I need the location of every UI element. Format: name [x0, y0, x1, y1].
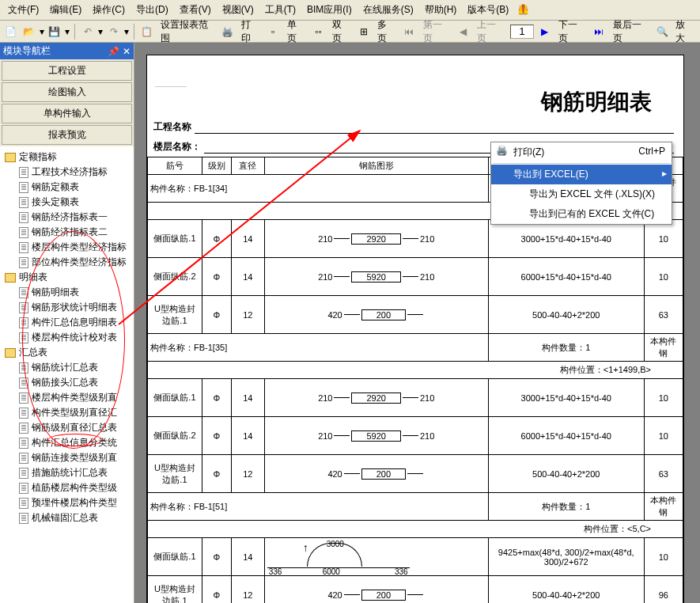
ctx-export-xls[interactable]: 导出为 EXCEL 文件 (.XLS)(X) [491, 184, 672, 204]
tree-item[interactable]: 部位构件类型经济指标 [2, 255, 132, 270]
menu-tools[interactable]: 工具(T) [260, 2, 301, 18]
bar-shape: 420200 [264, 455, 488, 493]
bar-level: Φ [202, 258, 231, 296]
bar-count: 10 [644, 258, 683, 296]
menu-export[interactable]: 导出(D) [131, 2, 173, 18]
tree-item[interactable]: 钢筋明细表 [2, 285, 132, 300]
multi-page-button[interactable]: 多页 [374, 18, 399, 45]
set-range-button[interactable]: 设置报表范围 [157, 18, 218, 45]
tree-item[interactable]: 钢筋统计汇总表 [2, 360, 132, 375]
bar-shape: 2105920210 [264, 258, 488, 296]
bar-count: 63 [644, 455, 683, 493]
last-page-button[interactable]: 最后一页 [610, 18, 652, 45]
tree-item[interactable]: 钢筋级别直径汇总表 [2, 420, 132, 435]
tree-item[interactable]: 接头定额表 [2, 195, 132, 210]
sidebar-btn-report[interactable]: 报表预览 [2, 125, 132, 145]
menu-online[interactable]: 在线服务(S) [358, 2, 418, 18]
ctx-export-excel[interactable]: 导出到 EXCEL(E)▸ [491, 165, 672, 184]
tree-item[interactable]: 钢筋定额表 [2, 180, 132, 195]
tree-item[interactable]: 构件汇总信息分类统 [2, 435, 132, 450]
tree-item[interactable]: 工程技术经济指标 [2, 165, 132, 180]
member-count: 构件数量：1 [488, 334, 644, 362]
bar-name: 侧面纵筋.1 [148, 379, 202, 417]
floor-name-label: 楼层名称： [153, 140, 201, 154]
next-page-icon[interactable]: ▶ [537, 24, 552, 40]
tree-folder[interactable]: 汇总表 [2, 345, 132, 360]
save-icon[interactable]: 💾 [47, 24, 62, 40]
bar-diameter: 14 [231, 220, 264, 258]
context-menu: 🖨️ 打印(Z)Ctrl+P 导出到 EXCEL(E)▸ 导出为 EXCEL 文… [490, 142, 672, 225]
last-page-icon[interactable]: ⏭ [592, 24, 607, 40]
new-icon[interactable]: 📄 [3, 24, 18, 40]
tree-item[interactable]: 钢筋形状统计明细表 [2, 300, 132, 315]
close-icon[interactable]: ✕ [123, 46, 131, 57]
tree-item[interactable]: 钢筋接头汇总表 [2, 375, 132, 390]
single-page-button[interactable]: 单页 [284, 18, 308, 45]
bar-diameter: 14 [231, 258, 264, 296]
tree-item[interactable]: 钢筋经济指标表一 [2, 210, 132, 225]
zoom-icon[interactable]: 🔍 [655, 24, 670, 40]
sidebar-btn-draw[interactable]: 绘图输入 [2, 82, 132, 102]
menu-help[interactable]: 帮助(H) [420, 2, 462, 18]
bar-diameter: 12 [231, 455, 264, 493]
sidebar-btn-project[interactable]: 工程设置 [2, 61, 132, 81]
first-page-button[interactable]: 第一页 [420, 18, 453, 45]
document-icon [19, 498, 28, 509]
bar-shape: 2102920210 [264, 220, 488, 258]
prev-page-button[interactable]: 上一页 [474, 18, 507, 45]
tree-item[interactable]: 植筋楼层构件类型级 [2, 480, 132, 495]
tree-item[interactable]: 楼层构件统计校对表 [2, 330, 132, 345]
tree-item[interactable]: 钢筋经济指标表二 [2, 225, 132, 240]
menu-view1[interactable]: 查看(V) [175, 2, 216, 18]
tree-folder[interactable]: 定额指标 [2, 150, 132, 165]
document-icon [19, 377, 28, 389]
nav-tree: 定额指标工程技术经济指标钢筋定额表接头定额表钢筋经济指标表一钢筋经济指标表二楼层… [0, 146, 134, 603]
pin-icon[interactable]: 📌 [108, 46, 119, 57]
ctx-print[interactable]: 🖨️ 打印(Z)Ctrl+P [491, 142, 672, 162]
first-page-icon[interactable]: ⏮ [402, 24, 417, 40]
bar-level: Φ [202, 576, 231, 604]
open-icon[interactable]: 📂 [21, 24, 36, 40]
tree-item[interactable]: 楼层构件类型经济指标 [2, 240, 132, 255]
bar-shape: 420200 [264, 576, 488, 604]
tree-item[interactable]: 构件类型级别直径汇 [2, 405, 132, 420]
bar-level: Φ [202, 296, 231, 334]
bar-name: U型构造封边筋.1 [148, 296, 202, 334]
tree-item[interactable]: 楼层构件类型级别直 [2, 390, 132, 405]
ctx-export-existing[interactable]: 导出到已有的 EXCEL 文件(C) [491, 204, 672, 224]
printer-icon: 🖨️ [496, 145, 509, 157]
menu-edit[interactable]: 编辑(E) [45, 2, 86, 18]
table-header: 直径 [231, 157, 264, 175]
tree-folder[interactable]: 明细表 [2, 270, 132, 285]
tree-item[interactable]: 预埋件楼层构件类型 [2, 495, 132, 510]
tree-item[interactable]: 钢筋连接类型级别直 [2, 450, 132, 465]
bar-name: U型构造封边筋.1 [148, 576, 202, 604]
undo-icon[interactable]: ↶ [80, 24, 95, 40]
menu-bim[interactable]: BIM应用(I) [302, 2, 357, 18]
folder-icon [5, 273, 16, 283]
bar-count: 63 [644, 296, 683, 334]
bar-diameter: 14 [231, 538, 264, 576]
tree-item[interactable]: 构件汇总信息明细表 [2, 315, 132, 330]
menu-view2[interactable]: 视图(V) [218, 2, 259, 18]
bar-level: Φ [202, 455, 231, 493]
tree-item[interactable]: 机械锚固汇总表 [2, 510, 132, 525]
menu-version[interactable]: 版本号(B) [463, 2, 513, 18]
document-icon [19, 257, 28, 268]
hardhat-icon[interactable]: 🦺 [515, 2, 531, 17]
double-page-button[interactable]: 双页 [329, 18, 354, 45]
sidebar-btn-single[interactable]: 单构件输入 [2, 104, 132, 123]
zoom-button[interactable]: 放大 [672, 18, 697, 45]
redo-icon[interactable]: ↷ [106, 24, 121, 40]
document-icon [19, 242, 28, 253]
next-page-button[interactable]: 下一页 [555, 18, 588, 45]
menu-file[interactable]: 文件(F) [3, 2, 44, 18]
page-number-input[interactable] [510, 25, 534, 39]
prev-page-icon[interactable]: ◀ [456, 24, 471, 40]
document-icon [19, 468, 28, 479]
print-button[interactable]: 打印 [238, 18, 263, 45]
bar-calc: 3000+15*d-40+15*d-40 [488, 220, 644, 258]
tree-item[interactable]: 措施筋统计汇总表 [2, 465, 132, 480]
bar-shape: 2105920210 [264, 417, 488, 455]
menu-operate[interactable]: 操作(C) [88, 2, 130, 18]
